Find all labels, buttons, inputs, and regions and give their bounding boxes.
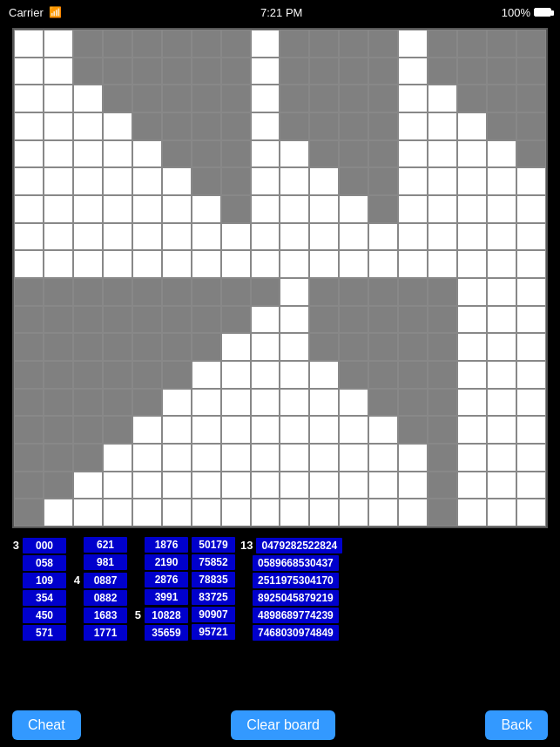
cell-14-15[interactable]: [457, 416, 487, 444]
cell-15-17[interactable]: [516, 444, 546, 472]
cell-3-12[interactable]: [368, 112, 398, 140]
clue-num-4-1[interactable]: 0589668530437: [253, 555, 339, 571]
cell-12-1[interactable]: [44, 361, 73, 389]
cell-9-11[interactable]: [339, 278, 368, 306]
cell-2-5[interactable]: [162, 85, 192, 112]
cell-2-2[interactable]: [73, 85, 103, 112]
cell-14-12[interactable]: [368, 416, 398, 444]
cell-2-12[interactable]: [368, 85, 398, 112]
cell-14-5[interactable]: [162, 416, 192, 444]
cell-4-13[interactable]: [398, 140, 428, 168]
cell-17-7[interactable]: [221, 499, 251, 526]
cell-2-11[interactable]: [339, 85, 368, 112]
cell-3-0[interactable]: [14, 112, 44, 140]
cell-4-1[interactable]: [44, 140, 73, 168]
cell-13-11[interactable]: [339, 389, 368, 417]
cell-14-14[interactable]: [428, 416, 457, 444]
cell-6-0[interactable]: [14, 195, 44, 223]
cell-4-14[interactable]: [428, 140, 457, 168]
cell-15-9[interactable]: [280, 444, 309, 472]
cell-16-9[interactable]: [280, 472, 309, 499]
clue-num-1-0[interactable]: 621: [84, 537, 127, 553]
cell-5-6[interactable]: [192, 167, 221, 195]
cell-6-17[interactable]: [516, 195, 546, 223]
cell-15-14[interactable]: [428, 444, 457, 472]
cell-10-8[interactable]: [251, 306, 280, 334]
cell-5-2[interactable]: [73, 167, 103, 195]
cell-0-10[interactable]: [309, 30, 339, 58]
cell-14-17[interactable]: [516, 416, 546, 444]
cell-11-0[interactable]: [14, 333, 44, 361]
cell-13-13[interactable]: [398, 389, 428, 417]
cell-2-16[interactable]: [487, 85, 516, 112]
cell-6-4[interactable]: [132, 195, 162, 223]
cell-14-7[interactable]: [221, 416, 251, 444]
cell-7-3[interactable]: [103, 223, 132, 251]
cell-13-14[interactable]: [428, 389, 457, 417]
cell-14-16[interactable]: [487, 416, 516, 444]
cell-8-17[interactable]: [516, 250, 546, 278]
cell-0-0[interactable]: [14, 30, 44, 58]
cell-9-12[interactable]: [368, 278, 398, 306]
cell-11-1[interactable]: [44, 333, 73, 361]
cell-11-5[interactable]: [162, 333, 192, 361]
cell-17-12[interactable]: [368, 499, 398, 526]
cell-10-15[interactable]: [457, 306, 487, 334]
cell-12-14[interactable]: [428, 361, 457, 389]
cell-9-10[interactable]: [309, 278, 339, 306]
cell-8-5[interactable]: [162, 250, 192, 278]
cell-15-1[interactable]: [44, 444, 73, 472]
cell-6-12[interactable]: [368, 195, 398, 223]
cell-8-3[interactable]: [103, 250, 132, 278]
cell-7-14[interactable]: [428, 223, 457, 251]
cell-11-10[interactable]: [309, 333, 339, 361]
cell-0-15[interactable]: [457, 30, 487, 58]
cell-0-8[interactable]: [251, 30, 280, 58]
cell-5-17[interactable]: [516, 167, 546, 195]
cell-7-7[interactable]: [221, 223, 251, 251]
cell-1-11[interactable]: [339, 58, 368, 85]
clue-num-3-4[interactable]: 90907: [192, 607, 235, 622]
cell-6-8[interactable]: [251, 195, 280, 223]
cell-7-12[interactable]: [368, 223, 398, 251]
cell-14-10[interactable]: [309, 416, 339, 444]
cell-16-6[interactable]: [192, 472, 221, 499]
clue-num-2-4[interactable]: 10828: [145, 608, 188, 623]
clue-num-0-5[interactable]: 571: [23, 625, 66, 641]
clue-num-1-5[interactable]: 1771: [84, 625, 127, 641]
cell-8-8[interactable]: [251, 250, 280, 278]
cell-11-8[interactable]: [251, 333, 280, 361]
cell-10-14[interactable]: [428, 306, 457, 334]
cell-4-12[interactable]: [368, 140, 398, 168]
cell-3-1[interactable]: [44, 112, 73, 140]
cell-15-7[interactable]: [221, 444, 251, 472]
clue-num-3-5[interactable]: 95721: [192, 624, 235, 640]
cell-10-16[interactable]: [487, 306, 516, 334]
cell-9-5[interactable]: [162, 278, 192, 306]
cell-2-9[interactable]: [280, 85, 309, 112]
cell-7-6[interactable]: [192, 223, 221, 251]
clear-board-button[interactable]: Clear board: [231, 710, 335, 740]
cell-8-12[interactable]: [368, 250, 398, 278]
cell-4-7[interactable]: [221, 140, 251, 168]
cell-2-13[interactable]: [398, 85, 428, 112]
cell-14-2[interactable]: [73, 416, 103, 444]
cell-11-2[interactable]: [73, 333, 103, 361]
cell-4-15[interactable]: [457, 140, 487, 168]
cell-12-15[interactable]: [457, 361, 487, 389]
cell-12-6[interactable]: [192, 361, 221, 389]
clue-num-2-5[interactable]: 35659: [145, 625, 188, 641]
cell-9-8[interactable]: [251, 278, 280, 306]
cell-15-12[interactable]: [368, 444, 398, 472]
cell-13-4[interactable]: [132, 389, 162, 417]
cell-11-17[interactable]: [516, 333, 546, 361]
cell-5-1[interactable]: [44, 167, 73, 195]
cell-0-6[interactable]: [192, 30, 221, 58]
cell-10-13[interactable]: [398, 306, 428, 334]
cell-17-8[interactable]: [251, 499, 280, 526]
clue-num-0-0[interactable]: 000: [23, 538, 66, 553]
cell-10-12[interactable]: [368, 306, 398, 334]
cell-2-4[interactable]: [132, 85, 162, 112]
cell-8-0[interactable]: [14, 250, 44, 278]
cell-6-13[interactable]: [398, 195, 428, 223]
